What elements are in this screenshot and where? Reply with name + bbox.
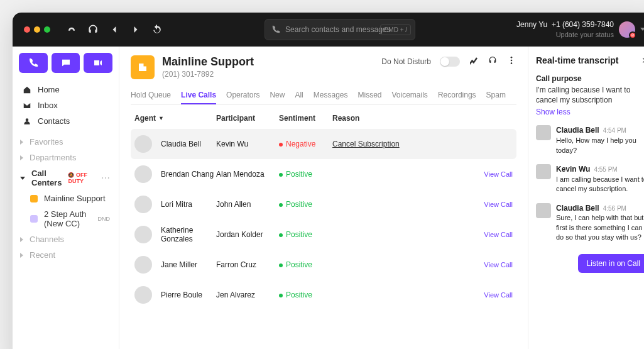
sentiment-dot-icon	[279, 173, 283, 177]
show-less-link[interactable]: Show less	[536, 108, 570, 116]
tab-new[interactable]: New	[270, 87, 285, 104]
nav-forward-icon[interactable]	[129, 23, 142, 36]
call-center-icon	[131, 55, 155, 79]
view-call-link[interactable]: View Call	[484, 231, 513, 238]
transcript-time: 4:55 PM	[594, 166, 617, 173]
svg-point-2	[511, 62, 513, 64]
sidebar-home[interactable]: Home	[19, 82, 112, 97]
chevron-down-icon	[640, 28, 644, 31]
participant-name: Jordan Kolder	[216, 230, 279, 239]
sentiment-dot-icon	[279, 143, 283, 147]
table-row[interactable]: Brendan ChangAlan MendozaPositiveView Ca…	[131, 159, 516, 189]
tab-messages[interactable]: Messages	[314, 87, 348, 104]
logo-icon	[65, 23, 78, 36]
more-icon[interactable]	[506, 55, 516, 67]
sentiment-label: Positive	[286, 291, 312, 299]
view-call-link[interactable]: View Call	[484, 291, 513, 299]
dial-button[interactable]	[19, 53, 48, 73]
col-participant[interactable]: Participant	[216, 114, 279, 123]
tab-hold-queue[interactable]: Hold Queue	[131, 87, 171, 104]
sidebar-favorites[interactable]: Favorites	[19, 134, 112, 150]
table-row[interactable]: Jane MillerFarron CruzPositiveView Call	[131, 250, 516, 280]
agent-name: Lori Mitra	[161, 200, 192, 209]
dnd-badge-icon: ⊘	[629, 31, 636, 39]
avatar	[134, 226, 152, 243]
analytics-icon[interactable]	[469, 55, 479, 67]
sidebar-recent[interactable]: Recent	[19, 247, 112, 263]
user-phone: +1 (604) 359-7840	[552, 20, 614, 29]
tab-spam[interactable]: Spam	[486, 87, 506, 104]
headset-icon[interactable]	[87, 23, 99, 36]
sidebar-call-centers[interactable]: Call Centers🔕 OFF DUTY⋯	[19, 165, 112, 191]
transcript-from: Claudia Bell	[556, 204, 599, 213]
view-call-link[interactable]: View Call	[484, 201, 513, 208]
sidebar-contacts[interactable]: Contacts	[19, 113, 112, 129]
participant-name: John Allen	[216, 200, 279, 209]
panel-title: Real-time transcript	[536, 55, 644, 65]
video-button[interactable]	[84, 53, 112, 73]
user-name: Jenny Yu	[516, 20, 547, 29]
dnd-label: Do Not Disturb	[381, 57, 431, 66]
user-menu[interactable]: Jenny Yu +1 (604) 359-7840 Update your s…	[516, 20, 644, 39]
sentiment-label: Negative	[286, 140, 315, 148]
tab-voicemails[interactable]: Voicemails	[392, 87, 428, 104]
search-kbd: CMD + /	[380, 25, 411, 35]
phone-icon	[271, 25, 280, 34]
search-input[interactable]: Search contacts and messages CMD + /	[265, 19, 415, 40]
off-duty-badge: 🔕 OFF DUTY	[68, 172, 91, 184]
tab-live-calls[interactable]: Live Calls	[181, 87, 216, 104]
window-controls[interactable]	[24, 26, 50, 33]
col-sentiment[interactable]: Sentiment	[279, 114, 332, 123]
sentiment-dot-icon	[279, 263, 283, 267]
sidebar-departments[interactable]: Departments	[19, 150, 112, 165]
col-reason[interactable]: Reason	[332, 114, 478, 123]
sentiment-label: Positive	[286, 260, 312, 269]
avatar	[134, 165, 152, 183]
transcript-panel: Real-time transcript ✕ Call purpose I'm …	[528, 47, 644, 349]
agent-name: Pierre Boule	[161, 291, 202, 299]
table-row[interactable]: Katherine GonzalesJordan KolderPositiveV…	[131, 219, 516, 250]
transcript-text: Sure, I can help with that but first is …	[556, 214, 643, 241]
sentiment-dot-icon	[279, 294, 283, 297]
page-phone: (201) 301-7892	[162, 70, 254, 79]
dnd-badge: DND	[98, 216, 111, 222]
view-call-link[interactable]: View Call	[484, 170, 513, 178]
participant-name: Alan Mendoza	[216, 170, 279, 179]
dnd-toggle[interactable]	[440, 57, 460, 67]
avatar	[536, 203, 551, 218]
avatar	[536, 164, 551, 179]
avatar	[536, 125, 551, 140]
sidebar-item-2step[interactable]: 2 Step Auth (New CC)DND	[29, 206, 112, 231]
avatar	[134, 256, 152, 274]
chevron-down-icon	[20, 177, 25, 180]
sidebar-channels[interactable]: Channels	[19, 231, 112, 247]
transcript-from: Kevin Wu	[556, 165, 590, 174]
tabs: Hold QueueLive CallsOperatorsNewAllMessa…	[131, 87, 516, 105]
reason-link[interactable]: Cancel Subscription	[332, 140, 400, 148]
listen-button[interactable]: Listen in on Call	[578, 254, 644, 273]
refresh-icon[interactable]	[151, 23, 163, 36]
avatar	[134, 286, 152, 304]
table-row[interactable]: Lori MitraJohn AllenPositiveView Call	[131, 189, 516, 219]
headset-icon[interactable]	[488, 55, 498, 67]
tab-operators[interactable]: Operators	[226, 87, 259, 104]
tab-all[interactable]: All	[295, 87, 303, 104]
tab-recordings[interactable]: Recordings	[438, 87, 476, 104]
tab-missed[interactable]: Missed	[358, 87, 382, 104]
sentiment-dot-icon	[279, 233, 283, 237]
svg-point-0	[511, 57, 513, 58]
close-icon[interactable]: ✕	[641, 55, 644, 65]
message-button[interactable]	[52, 53, 80, 73]
sidebar-item-mainline[interactable]: Mainline Support	[29, 191, 112, 206]
col-agent[interactable]: Agent ▼	[134, 114, 216, 123]
table-row[interactable]: Claudia BellKevin WuNegativeCancel Subsc…	[131, 129, 516, 159]
top-bar: Search contacts and messages CMD + / Jen…	[13, 13, 644, 47]
svg-point-1	[511, 60, 513, 62]
transcript-text: I am calling because I want to cancel my…	[556, 175, 644, 192]
sidebar-inbox[interactable]: Inbox	[19, 97, 112, 113]
view-call-link[interactable]: View Call	[484, 261, 513, 269]
table-row[interactable]: Pierre BouleJen AlvarezPositiveView Call	[131, 280, 516, 310]
agent-name: Katherine Gonzales	[161, 226, 216, 243]
page-title: Mainline Support	[162, 55, 254, 69]
nav-back-icon[interactable]	[108, 23, 121, 36]
